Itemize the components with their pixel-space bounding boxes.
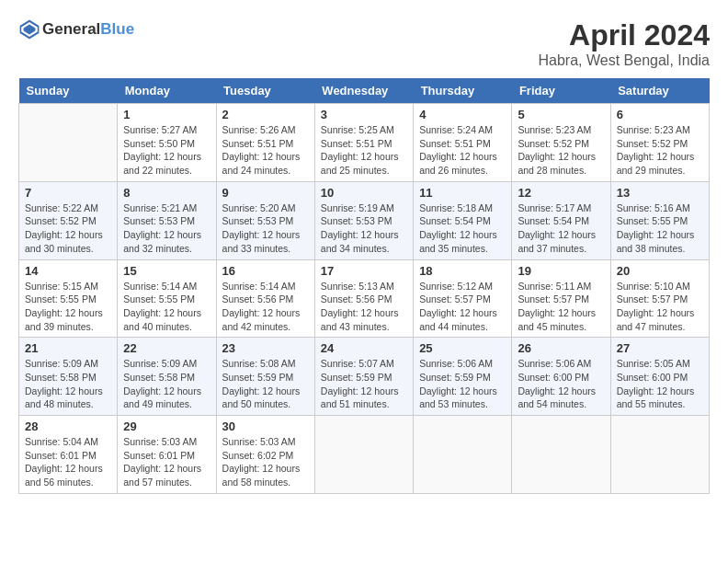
- calendar-cell: 23Sunrise: 5:08 AMSunset: 5:59 PMDayligh…: [216, 338, 314, 416]
- day-number: 8: [123, 186, 210, 200]
- calendar-table: SundayMondayTuesdayWednesdayThursdayFrid…: [18, 78, 710, 494]
- column-header-saturday: Saturday: [610, 78, 709, 104]
- calendar-cell: 8Sunrise: 5:21 AMSunset: 5:53 PMDaylight…: [118, 181, 216, 259]
- day-info: Sunrise: 5:25 AMSunset: 5:51 PMDaylight:…: [321, 123, 407, 178]
- day-number: 11: [419, 186, 506, 200]
- day-info: Sunrise: 5:10 AMSunset: 5:57 PMDaylight:…: [617, 280, 703, 334]
- day-number: 21: [25, 341, 111, 355]
- day-info: Sunrise: 5:27 AMSunset: 5:50 PMDaylight:…: [123, 123, 210, 178]
- calendar-cell: 4Sunrise: 5:24 AMSunset: 5:51 PMDaylight…: [414, 104, 512, 182]
- calendar-cell: 28Sunrise: 5:04 AMSunset: 6:01 PMDayligh…: [19, 416, 118, 494]
- calendar-cell: 30Sunrise: 5:03 AMSunset: 6:02 PMDayligh…: [216, 416, 314, 494]
- day-number: 30: [222, 419, 309, 433]
- calendar-cell: 26Sunrise: 5:06 AMSunset: 6:00 PMDayligh…: [512, 338, 610, 416]
- day-number: 13: [617, 186, 703, 200]
- day-info: Sunrise: 5:15 AMSunset: 5:55 PMDaylight:…: [25, 280, 111, 334]
- calendar-cell: 15Sunrise: 5:14 AMSunset: 5:55 PMDayligh…: [118, 259, 216, 338]
- calendar-cell: [512, 416, 610, 494]
- calendar-cell: [414, 416, 512, 494]
- day-info: Sunrise: 5:17 AMSunset: 5:54 PMDaylight:…: [518, 201, 604, 256]
- day-info: Sunrise: 5:26 AMSunset: 5:51 PMDaylight:…: [222, 123, 309, 178]
- calendar-cell: 7Sunrise: 5:22 AMSunset: 5:52 PMDaylight…: [19, 181, 118, 259]
- day-info: Sunrise: 5:07 AMSunset: 5:59 PMDaylight:…: [321, 357, 407, 411]
- calendar-cell: 2Sunrise: 5:26 AMSunset: 5:51 PMDaylight…: [216, 104, 314, 182]
- day-number: 29: [123, 419, 210, 433]
- calendar-week-row: 1Sunrise: 5:27 AMSunset: 5:50 PMDaylight…: [19, 104, 710, 182]
- calendar-week-row: 14Sunrise: 5:15 AMSunset: 5:55 PMDayligh…: [19, 259, 710, 338]
- logo-text: GeneralBlue: [42, 20, 134, 39]
- calendar-week-row: 7Sunrise: 5:22 AMSunset: 5:52 PMDaylight…: [19, 181, 710, 259]
- calendar-cell: 17Sunrise: 5:13 AMSunset: 5:56 PMDayligh…: [314, 259, 413, 338]
- day-number: 10: [321, 186, 407, 200]
- day-number: 2: [222, 108, 309, 121]
- calendar-cell: 20Sunrise: 5:10 AMSunset: 5:57 PMDayligh…: [610, 259, 709, 338]
- day-info: Sunrise: 5:20 AMSunset: 5:53 PMDaylight:…: [222, 201, 309, 256]
- day-info: Sunrise: 5:22 AMSunset: 5:52 PMDaylight:…: [25, 201, 111, 256]
- title-area: April 2024 Habra, West Bengal, India: [539, 18, 710, 69]
- day-number: 7: [25, 186, 111, 200]
- day-info: Sunrise: 5:09 AMSunset: 5:58 PMDaylight:…: [25, 357, 111, 411]
- day-info: Sunrise: 5:03 AMSunset: 6:02 PMDaylight:…: [222, 435, 309, 489]
- day-info: Sunrise: 5:19 AMSunset: 5:53 PMDaylight:…: [321, 201, 407, 256]
- calendar-cell: 3Sunrise: 5:25 AMSunset: 5:51 PMDaylight…: [314, 104, 413, 182]
- calendar-cell: 25Sunrise: 5:06 AMSunset: 5:59 PMDayligh…: [414, 338, 512, 416]
- calendar-cell: 6Sunrise: 5:23 AMSunset: 5:52 PMDaylight…: [610, 104, 709, 182]
- day-number: 4: [419, 108, 506, 121]
- day-number: 1: [123, 108, 210, 121]
- calendar-cell: 12Sunrise: 5:17 AMSunset: 5:54 PMDayligh…: [512, 181, 610, 259]
- day-number: 28: [25, 419, 111, 433]
- day-number: 26: [518, 341, 604, 355]
- day-number: 15: [123, 264, 210, 278]
- column-header-friday: Friday: [512, 78, 610, 104]
- calendar-cell: 14Sunrise: 5:15 AMSunset: 5:55 PMDayligh…: [19, 259, 118, 338]
- column-header-sunday: Sunday: [19, 78, 118, 104]
- day-number: 9: [222, 186, 309, 200]
- calendar-cell: 11Sunrise: 5:18 AMSunset: 5:54 PMDayligh…: [414, 181, 512, 259]
- calendar-cell: 27Sunrise: 5:05 AMSunset: 6:00 PMDayligh…: [610, 338, 709, 416]
- calendar-week-row: 28Sunrise: 5:04 AMSunset: 6:01 PMDayligh…: [19, 416, 710, 494]
- day-info: Sunrise: 5:21 AMSunset: 5:53 PMDaylight:…: [123, 201, 210, 256]
- day-number: 3: [321, 108, 407, 121]
- logo: GeneralBlue: [18, 18, 134, 40]
- calendar-cell: [19, 104, 118, 182]
- day-info: Sunrise: 5:03 AMSunset: 6:01 PMDaylight:…: [123, 435, 210, 489]
- day-info: Sunrise: 5:06 AMSunset: 5:59 PMDaylight:…: [419, 357, 506, 411]
- calendar-cell: 22Sunrise: 5:09 AMSunset: 5:58 PMDayligh…: [118, 338, 216, 416]
- page-header: GeneralBlue April 2024 Habra, West Benga…: [18, 18, 710, 69]
- calendar-cell: 16Sunrise: 5:14 AMSunset: 5:56 PMDayligh…: [216, 259, 314, 338]
- day-number: 24: [321, 341, 407, 355]
- day-info: Sunrise: 5:06 AMSunset: 6:00 PMDaylight:…: [518, 357, 604, 411]
- day-number: 27: [617, 341, 703, 355]
- calendar-cell: 18Sunrise: 5:12 AMSunset: 5:57 PMDayligh…: [414, 259, 512, 338]
- day-number: 12: [518, 186, 604, 200]
- day-info: Sunrise: 5:05 AMSunset: 6:00 PMDaylight:…: [617, 357, 703, 411]
- calendar-cell: 1Sunrise: 5:27 AMSunset: 5:50 PMDaylight…: [118, 104, 216, 182]
- location-subtitle: Habra, West Bengal, India: [539, 52, 710, 69]
- calendar-cell: 21Sunrise: 5:09 AMSunset: 5:58 PMDayligh…: [19, 338, 118, 416]
- calendar-week-row: 21Sunrise: 5:09 AMSunset: 5:58 PMDayligh…: [19, 338, 710, 416]
- column-header-monday: Monday: [118, 78, 216, 104]
- calendar-cell: 19Sunrise: 5:11 AMSunset: 5:57 PMDayligh…: [512, 259, 610, 338]
- day-info: Sunrise: 5:16 AMSunset: 5:55 PMDaylight:…: [617, 201, 703, 256]
- day-number: 17: [321, 264, 407, 278]
- calendar-cell: 29Sunrise: 5:03 AMSunset: 6:01 PMDayligh…: [118, 416, 216, 494]
- day-info: Sunrise: 5:13 AMSunset: 5:56 PMDaylight:…: [321, 280, 407, 334]
- day-number: 18: [419, 264, 506, 278]
- day-info: Sunrise: 5:14 AMSunset: 5:55 PMDaylight:…: [123, 280, 210, 334]
- calendar-cell: 5Sunrise: 5:23 AMSunset: 5:52 PMDaylight…: [512, 104, 610, 182]
- day-info: Sunrise: 5:08 AMSunset: 5:59 PMDaylight:…: [222, 357, 309, 411]
- day-info: Sunrise: 5:04 AMSunset: 6:01 PMDaylight:…: [25, 435, 111, 489]
- calendar-header-row: SundayMondayTuesdayWednesdayThursdayFrid…: [19, 78, 710, 104]
- calendar-cell: 9Sunrise: 5:20 AMSunset: 5:53 PMDaylight…: [216, 181, 314, 259]
- column-header-thursday: Thursday: [414, 78, 512, 104]
- day-number: 22: [123, 341, 210, 355]
- day-info: Sunrise: 5:23 AMSunset: 5:52 PMDaylight:…: [617, 123, 703, 178]
- day-number: 6: [617, 108, 703, 121]
- calendar-cell: 13Sunrise: 5:16 AMSunset: 5:55 PMDayligh…: [610, 181, 709, 259]
- day-info: Sunrise: 5:11 AMSunset: 5:57 PMDaylight:…: [518, 280, 604, 334]
- day-number: 23: [222, 341, 309, 355]
- column-header-tuesday: Tuesday: [216, 78, 314, 104]
- day-info: Sunrise: 5:23 AMSunset: 5:52 PMDaylight:…: [518, 123, 604, 178]
- day-info: Sunrise: 5:12 AMSunset: 5:57 PMDaylight:…: [419, 280, 506, 334]
- day-number: 14: [25, 264, 111, 278]
